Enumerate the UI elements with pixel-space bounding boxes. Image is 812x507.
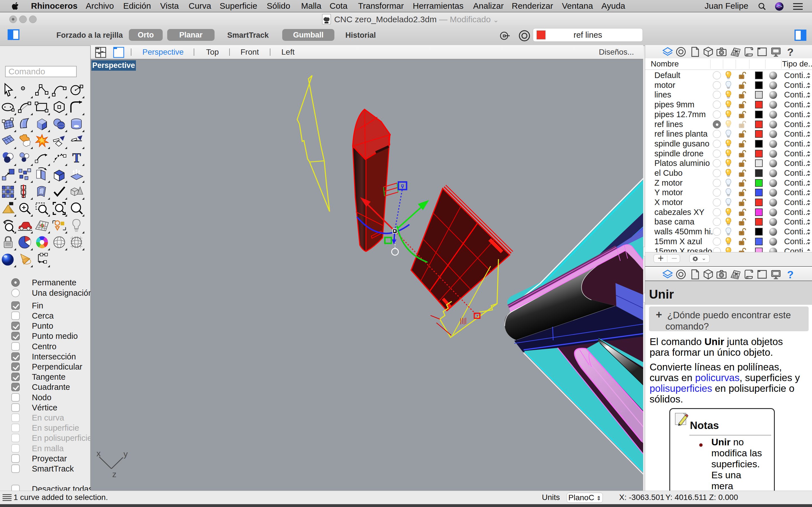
svg-text:z: z [112,469,116,479]
svg-text:?: ? [787,269,794,280]
svg-text:x: x [96,449,101,458]
svg-text:T: T [72,151,81,165]
svg-text:y: y [123,449,128,459]
svg-text:?: ? [787,46,794,57]
